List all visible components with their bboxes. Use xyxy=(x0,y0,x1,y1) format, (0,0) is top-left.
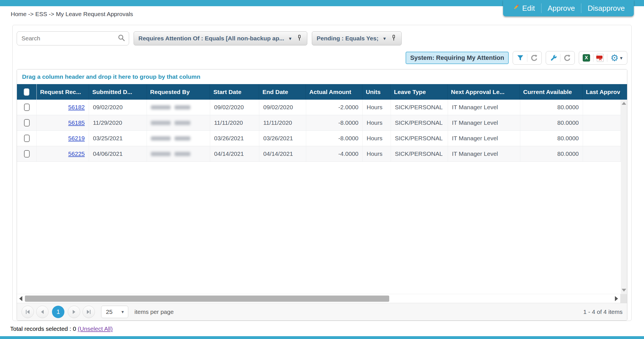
row-checkbox[interactable] xyxy=(24,104,30,111)
cell-next_approval: IT Manager Level xyxy=(448,115,520,130)
scroll-right-icon[interactable] xyxy=(615,296,618,301)
column-header-start[interactable]: Start Date xyxy=(210,84,259,100)
last-page-button[interactable] xyxy=(82,306,95,318)
cell-available: 80.0000 xyxy=(520,146,583,161)
column-header-end[interactable]: End Date xyxy=(259,84,306,100)
column-header-requested_by[interactable]: Requested By xyxy=(147,84,210,100)
export-tools-group: X A ⚙ ▼ xyxy=(579,51,627,65)
wrench-icon[interactable] xyxy=(548,53,558,63)
filter-chip-label: Requires Attention Of : Equals [All non-… xyxy=(138,35,284,42)
scroll-up-icon[interactable] xyxy=(622,102,626,105)
icon-divider xyxy=(593,54,593,62)
unselect-all-link[interactable]: (Unselect All) xyxy=(78,325,113,332)
cell-submitted: 03/25/2021 xyxy=(89,131,147,146)
next-page-button[interactable] xyxy=(68,306,80,318)
cell-requested-by-redacted xyxy=(147,146,210,161)
cell-request_record: 56185 xyxy=(37,115,89,130)
cell-available: 80.0000 xyxy=(520,131,583,146)
pin-icon[interactable] xyxy=(296,34,303,43)
redacted-name-blur xyxy=(151,121,171,125)
column-header-request_record[interactable]: Request Rec... xyxy=(37,84,89,100)
cell-end: 03/26/2021 xyxy=(259,131,306,146)
select-all-header-cell[interactable] xyxy=(17,84,37,100)
filter-row: Requires Attention Of : Equals [All non-… xyxy=(17,31,627,45)
cell-end: 09/02/2020 xyxy=(259,100,306,115)
export-pdf-icon[interactable]: A xyxy=(595,53,605,63)
gear-icon: ⚙ xyxy=(610,53,619,62)
column-header-amount[interactable]: Actual Amount xyxy=(306,84,362,100)
search-input[interactable] xyxy=(21,35,118,42)
cell-amount: -8.0000 xyxy=(306,131,363,146)
filter-tools-group xyxy=(513,51,542,65)
row-select-cell xyxy=(17,131,37,146)
cell-amount: -2.0000 xyxy=(306,100,363,115)
cell-request_record: 56182 xyxy=(37,100,89,115)
page-size-value: 25 xyxy=(106,309,112,315)
cell-next_approval: IT Manager Level xyxy=(448,131,520,146)
search-icon[interactable] xyxy=(118,34,125,43)
column-header-available[interactable]: Current Available xyxy=(520,84,582,100)
total-selected-line: Total records selected : 0 (Unselect All… xyxy=(10,325,644,332)
cell-units: Hours xyxy=(363,115,391,130)
group-drop-hint[interactable]: Drag a column header and drop it here to… xyxy=(17,69,627,84)
redacted-name-blur xyxy=(175,121,190,125)
export-excel-icon[interactable]: X xyxy=(581,53,591,63)
request-record-link[interactable]: 56185 xyxy=(68,119,85,126)
row-select-cell xyxy=(17,100,37,115)
reset-refresh-icon[interactable] xyxy=(562,53,572,63)
column-header-submitted[interactable]: Submitted D... xyxy=(89,84,147,100)
table-row[interactable]: 5618209/02/202009/02/202009/02/2020-2.00… xyxy=(17,100,621,115)
vertical-scrollbar[interactable] xyxy=(621,100,627,294)
cell-start: 04/14/2021 xyxy=(210,146,259,161)
row-checkbox[interactable] xyxy=(24,150,30,158)
prev-page-button[interactable] xyxy=(36,306,49,318)
table-row[interactable]: 5618511/29/202011/11/202011/11/2020-8.00… xyxy=(17,115,621,131)
chevron-down-icon[interactable]: ▼ xyxy=(382,36,387,41)
grid-header-row: Request Rec...Submitted D...Requested By… xyxy=(17,84,627,100)
cell-amount: -4.0000 xyxy=(306,146,363,161)
approve-button[interactable]: Approve xyxy=(541,3,581,14)
scroll-down-icon[interactable] xyxy=(622,289,626,292)
chevron-down-icon[interactable]: ▼ xyxy=(288,36,292,41)
row-select-cell xyxy=(17,115,37,130)
horizontal-scrollbar[interactable] xyxy=(17,294,627,303)
column-header-last_approval[interactable]: Last Approv xyxy=(582,84,620,100)
cell-submitted: 04/06/2021 xyxy=(89,146,147,161)
page-size-select[interactable]: 25 ▼ xyxy=(101,306,128,318)
redacted-name-blur xyxy=(175,105,190,110)
column-header-units[interactable]: Units xyxy=(362,84,391,100)
chevron-down-icon: ▼ xyxy=(619,56,623,60)
cell-units: Hours xyxy=(363,131,391,146)
scroll-left-icon[interactable] xyxy=(19,296,22,301)
first-page-button[interactable] xyxy=(21,306,34,318)
table-row[interactable]: 5622504/06/202104/14/202104/14/2021-4.00… xyxy=(17,146,621,162)
cell-requested-by-redacted xyxy=(147,115,210,130)
column-header-leave_type[interactable]: Leave Type xyxy=(391,84,448,100)
bottom-accent-bar xyxy=(0,336,644,339)
filter-funnel-icon[interactable] xyxy=(515,53,525,63)
cell-last_approval xyxy=(583,131,621,146)
pin-icon[interactable] xyxy=(391,34,397,43)
disapprove-button[interactable]: Disapprove xyxy=(581,3,631,14)
table-row[interactable]: 5621903/25/202103/26/202103/26/2021-8.00… xyxy=(17,131,621,146)
request-record-link[interactable]: 56219 xyxy=(68,135,85,142)
edit-button[interactable]: Edit xyxy=(506,3,541,14)
system-view-label[interactable]: System: Requiring My Attention xyxy=(406,52,509,64)
cell-available: 80.0000 xyxy=(520,115,583,130)
cell-leave_type: SICK/PERSONAL xyxy=(391,131,448,146)
column-header-next_approval[interactable]: Next Approval Le... xyxy=(448,84,520,100)
clear-filter-refresh-icon[interactable] xyxy=(529,53,539,63)
request-record-link[interactable]: 56225 xyxy=(68,150,85,157)
filter-chip-requires-attention[interactable]: Requires Attention Of : Equals [All non-… xyxy=(134,31,307,45)
row-checkbox[interactable] xyxy=(24,135,30,142)
horizontal-scroll-thumb[interactable] xyxy=(25,296,389,302)
items-per-page-label: items per page xyxy=(134,309,174,315)
filter-chip-pending[interactable]: Pending : Equals Yes; ▼ xyxy=(312,31,402,45)
request-record-link[interactable]: 56182 xyxy=(68,104,85,111)
current-page-indicator[interactable]: 1 xyxy=(52,306,64,318)
pencil-icon xyxy=(512,4,519,13)
row-checkbox[interactable] xyxy=(24,119,30,126)
select-all-checkbox[interactable] xyxy=(24,88,29,96)
cell-amount: -8.0000 xyxy=(306,115,363,130)
grid-settings-gear[interactable]: ⚙ ▼ xyxy=(609,53,625,63)
